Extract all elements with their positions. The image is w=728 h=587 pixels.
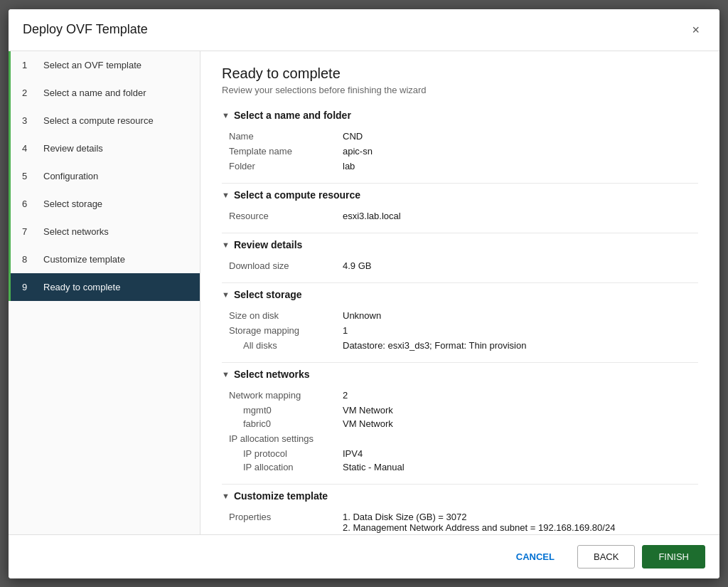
divider-3 [222, 282, 698, 283]
row-download-size: Download size 4.9 GB [229, 260, 698, 271]
modal-footer: CANCEL BACK FINISH [9, 534, 719, 578]
deploy-ovf-modal: Deploy OVF Template × 1Select an OVF tem… [9, 9, 719, 578]
section-customize-content: Properties 1. Data Disk Size (GB) = 3072… [222, 512, 698, 534]
row-storage-mapping: Storage mapping 1 [229, 325, 698, 336]
cancel-button[interactable]: CANCEL [500, 546, 570, 568]
section-compute: ▼ Select a compute resource Resource esx… [222, 189, 698, 221]
section-review-content: Download size 4.9 GB [222, 260, 698, 271]
sidebar-item-8[interactable]: 8Customize template [9, 245, 200, 273]
section-networks-content: Network mapping 2 mgmt0 VM Network fabri… [222, 390, 698, 472]
section-review-header: ▼ Review details [222, 239, 698, 253]
section-name-folder-header: ▼ Select a name and folder [222, 110, 698, 124]
row-template-name: Template name apic-sn [229, 146, 698, 157]
sidebar-item-5[interactable]: 5Configuration [9, 162, 200, 190]
modal-title: Deploy OVF Template [23, 22, 148, 37]
section-customize-header: ▼ Customize template [222, 490, 698, 504]
section-name-folder: ▼ Select a name and folder Name CND Temp… [222, 110, 698, 171]
section-storage-header: ▼ Select storage [222, 289, 698, 303]
section-compute-content: Resource esxi3.lab.local [222, 211, 698, 221]
sidebar: 1Select an OVF template2Select a name an… [9, 51, 200, 534]
sidebar-item-3[interactable]: 3Select a compute resource [9, 107, 200, 134]
chevron-icon-3: ▼ [222, 240, 230, 249]
section-networks-header: ▼ Select networks [222, 369, 698, 383]
section-customize: ▼ Customize template Properties 1. Data … [222, 490, 698, 534]
divider-4 [222, 362, 698, 363]
chevron-icon-2: ▼ [222, 191, 230, 199]
row-fabric0: fabric0 VM Network [229, 418, 698, 429]
modal-header: Deploy OVF Template × [9, 9, 719, 51]
section-networks: ▼ Select networks Network mapping 2 mgmt… [222, 369, 698, 472]
row-ip-allocation: IP allocation Static - Manual [229, 462, 698, 472]
row-ip-allocation-header: IP allocation settings [229, 433, 698, 444]
sidebar-item-2[interactable]: 2Select a name and folder [9, 79, 200, 107]
page-title: Ready to complete [222, 65, 698, 82]
close-button[interactable]: × [686, 21, 705, 39]
divider-2 [222, 233, 698, 233]
back-button[interactable]: BACK [577, 545, 635, 569]
chevron-icon-6: ▼ [222, 492, 230, 500]
sidebar-item-4[interactable]: 4Review details [9, 134, 200, 162]
sidebar-item-1[interactable]: 1Select an OVF template [9, 51, 200, 79]
section-storage: ▼ Select storage Size on disk Unknown St… [222, 289, 698, 351]
sidebar-item-6[interactable]: 6Select storage [9, 190, 200, 218]
chevron-icon-5: ▼ [222, 370, 230, 379]
row-size-on-disk: Size on disk Unknown [229, 310, 698, 321]
section-compute-header: ▼ Select a compute resource [222, 189, 698, 203]
section-name-folder-content: Name CND Template name apic-sn Folder la… [222, 131, 698, 171]
row-properties: Properties 1. Data Disk Size (GB) = 3072… [229, 512, 698, 534]
row-name: Name CND [229, 131, 698, 142]
chevron-icon-4: ▼ [222, 290, 230, 299]
modal-body: 1Select an OVF template2Select a name an… [9, 51, 719, 534]
row-network-mapping: Network mapping 2 [229, 390, 698, 401]
chevron-icon: ▼ [222, 111, 230, 120]
row-resource: Resource esxi3.lab.local [229, 211, 698, 221]
row-ip-protocol: IP protocol IPV4 [229, 448, 698, 459]
divider-1 [222, 183, 698, 184]
page-subtitle: Review your selections before finishing … [222, 85, 698, 95]
section-storage-content: Size on disk Unknown Storage mapping 1 A… [222, 310, 698, 351]
row-all-disks: All disks Datastore: esxi3_ds3; Format: … [229, 340, 698, 351]
sidebar-item-9[interactable]: 9Ready to complete [9, 273, 200, 301]
divider-5 [222, 484, 698, 485]
row-folder: Folder lab [229, 161, 698, 171]
main-content: Ready to complete Review your selections… [200, 51, 719, 534]
finish-button[interactable]: FINISH [642, 545, 705, 569]
sidebar-item-7[interactable]: 7Select networks [9, 218, 200, 245]
section-review: ▼ Review details Download size 4.9 GB [222, 239, 698, 271]
row-mgmt0: mgmt0 VM Network [229, 405, 698, 416]
